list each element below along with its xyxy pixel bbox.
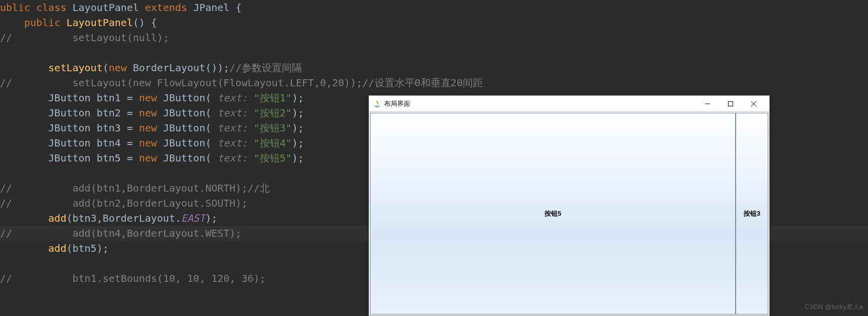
- maximize-button[interactable]: [719, 96, 742, 111]
- window-title: 布局界面: [384, 96, 410, 111]
- swing-window: 布局界面 按钮5 按钮3: [369, 95, 770, 316]
- svg-rect-1: [729, 101, 733, 106]
- watermark: CSDN @lucky友人a: [805, 299, 863, 314]
- code-line: setLayout(new BorderLayout());//参数设置间隔: [0, 60, 868, 75]
- swing-content: 按钮5 按钮3: [369, 112, 769, 315]
- java-icon: [373, 100, 381, 108]
- titlebar[interactable]: 布局界面: [369, 96, 769, 112]
- east-button[interactable]: 按钮3: [736, 113, 768, 314]
- code-line: [0, 45, 868, 60]
- center-button[interactable]: 按钮5: [370, 113, 736, 314]
- code-line: // setLayout(null);: [0, 30, 868, 45]
- code-line: ublic class LayoutPanel extends JPanel {: [0, 0, 868, 15]
- window-controls: [696, 96, 765, 111]
- minimize-button[interactable]: [696, 96, 719, 111]
- code-line: // setLayout(new FlowLayout(FlowLayout.L…: [0, 75, 868, 90]
- code-line: public LayoutPanel() {: [0, 15, 868, 30]
- close-button[interactable]: [742, 96, 765, 111]
